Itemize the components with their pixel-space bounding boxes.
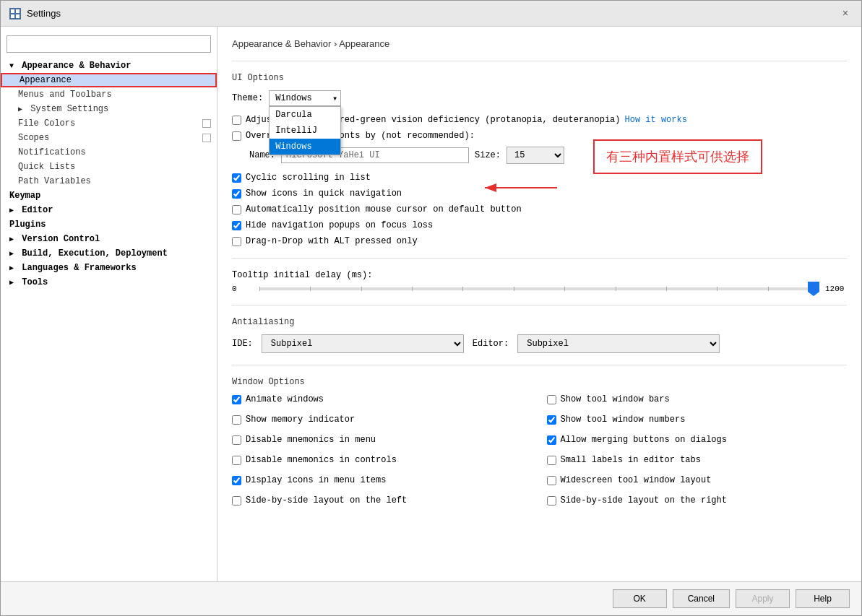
small-labels-checkbox[interactable] (547, 456, 556, 465)
sidebar: ▼ Appearance & Behavior Appearance Menus… (1, 27, 217, 581)
sidebar-item-label: System Settings (30, 104, 108, 114)
auto-position-checkbox[interactable] (232, 205, 241, 214)
widescreen-row: Widescreen tool window layout (547, 475, 848, 485)
theme-dropdown[interactable]: Windows ▾ Darcula IntelliJ Windows (269, 90, 341, 106)
sidebar-item-keymap[interactable]: Keymap (1, 188, 217, 203)
sidebar-item-notifications[interactable]: Notifications (1, 145, 217, 160)
tooltip-slider-section: Tooltip initial delay (ms): 0 (232, 270, 847, 293)
slider-max-value: 1200 (825, 285, 847, 293)
window-title: Settings (27, 8, 61, 19)
sidebar-item-appearance-behavior[interactable]: ▼ Appearance & Behavior (1, 58, 217, 73)
animate-windows-label: Animate windows (246, 394, 324, 404)
cyclic-scrolling-checkbox[interactable] (232, 173, 241, 183)
sidebar-item-file-colors[interactable]: File Colors (1, 116, 217, 131)
adjust-colors-checkbox[interactable] (232, 116, 241, 125)
show-tool-window-bars-label: Show tool window bars (561, 394, 670, 404)
sidebar-item-label: Editor (22, 205, 53, 215)
theme-label: Theme: (232, 93, 263, 103)
show-tool-window-numbers-checkbox[interactable] (547, 415, 556, 425)
sidebar-item-scopes[interactable]: Scopes (1, 131, 217, 145)
widescreen-checkbox[interactable] (547, 476, 556, 485)
theme-select-button[interactable]: Windows ▾ (269, 90, 341, 106)
window-options-grid: Animate windows Show tool window bars Sh… (232, 394, 847, 511)
hide-navigation-checkbox[interactable] (232, 221, 241, 230)
theme-dropdown-menu: Darcula IntelliJ Windows (269, 106, 341, 155)
disable-mnemonics-menu-checkbox[interactable] (232, 435, 241, 445)
expand-icon: ▶ (9, 235, 14, 243)
settings-window: Settings × ▼ Appearance & Behavior Appea… (0, 0, 862, 616)
content-area: ▼ Appearance & Behavior Appearance Menus… (1, 27, 861, 581)
show-icons-label: Show icons in quick navigation (246, 188, 402, 199)
animate-windows-row: Animate windows (232, 394, 533, 404)
cancel-button[interactable]: Cancel (673, 589, 730, 608)
show-tool-window-bars-checkbox[interactable] (547, 395, 556, 404)
drag-drop-row: Drag-n-Drop with ALT pressed only (232, 236, 847, 246)
tooltip-label: Tooltip initial delay (ms): (232, 270, 847, 280)
expand-icon: ▶ (18, 105, 22, 113)
sidebar-item-tools[interactable]: ▶ Tools (1, 275, 217, 290)
ide-aa-select[interactable]: Subpixel (262, 334, 464, 353)
allow-merging-label: Allow merging buttons on dialogs (561, 435, 727, 445)
slider-track[interactable] (259, 287, 819, 290)
title-bar-left: Settings (9, 8, 61, 19)
sidebar-item-version-control[interactable]: ▶ Version Control (1, 232, 217, 246)
show-icons-checkbox[interactable] (232, 189, 241, 199)
sidebar-item-label: Scopes (18, 133, 49, 143)
disable-mnemonics-controls-checkbox[interactable] (232, 456, 241, 465)
sidebar-item-build-execution[interactable]: ▶ Build, Execution, Deployment (1, 246, 217, 261)
allow-merging-checkbox[interactable] (547, 435, 556, 445)
divider4 (232, 365, 847, 365)
disable-mnemonics-controls-label: Disable mnemonics in controls (246, 455, 397, 465)
hide-navigation-row: Hide navigation popups on focus loss (232, 220, 847, 230)
slider-min-value: 0 (232, 285, 254, 293)
sidebar-item-label: Languages & Frameworks (22, 263, 136, 273)
sidebar-item-plugins[interactable]: Plugins (1, 217, 217, 232)
disable-mnemonics-menu-label: Disable mnemonics in menu (246, 435, 376, 445)
divider2 (232, 258, 847, 259)
sidebar-item-editor[interactable]: ▶ Editor (1, 203, 217, 217)
sidebar-item-appearance[interactable]: Appearance (1, 73, 217, 87)
show-memory-checkbox[interactable] (232, 415, 241, 425)
sidebar-item-languages-frameworks[interactable]: ▶ Languages & Frameworks (1, 261, 217, 275)
theme-option-intellij[interactable]: IntelliJ (270, 123, 340, 139)
animate-windows-checkbox[interactable] (232, 395, 241, 404)
sidebar-item-label: Tools (22, 277, 48, 287)
side-by-side-right-row: Side-by-side layout on the right (547, 495, 848, 506)
bottom-bar: OK Cancel Apply Help (1, 581, 861, 615)
theme-current-value: Windows (275, 93, 311, 103)
override-fonts-checkbox[interactable] (232, 131, 241, 141)
display-icons-checkbox[interactable] (232, 476, 241, 485)
side-by-side-left-checkbox[interactable] (232, 496, 241, 506)
sidebar-item-menus-toolbars[interactable]: Menus and Toolbars (1, 87, 217, 102)
font-size-select[interactable]: 15 (507, 147, 564, 164)
slider-thumb[interactable] (808, 282, 819, 296)
close-button[interactable]: × (838, 6, 853, 21)
svg-rect-1 (16, 9, 20, 13)
theme-option-darcula[interactable]: Darcula (270, 107, 340, 123)
expand-icon: ▶ (9, 264, 14, 272)
divider3 (232, 305, 847, 305)
sidebar-item-label: Path Variables (18, 176, 91, 186)
help-button[interactable]: Help (796, 589, 850, 608)
search-input[interactable] (7, 35, 211, 53)
sidebar-item-label: Quick Lists (18, 162, 75, 172)
sidebar-item-label: Appearance & Behavior (22, 61, 131, 71)
main-content: Appearance & Behavior › Appearance UI Op… (217, 27, 861, 581)
sidebar-item-path-variables[interactable]: Path Variables (1, 174, 217, 188)
ok-button[interactable]: OK (613, 589, 667, 608)
sidebar-item-label: Version Control (22, 234, 100, 244)
show-tool-window-numbers-label: Show tool window numbers (561, 415, 686, 425)
sidebar-item-quick-lists[interactable]: Quick Lists (1, 160, 217, 174)
side-by-side-right-checkbox[interactable] (547, 496, 556, 506)
sidebar-item-system-settings[interactable]: ▶ System Settings (1, 102, 217, 116)
theme-option-windows[interactable]: Windows (270, 139, 340, 155)
how-it-works-link[interactable]: How it works (624, 115, 686, 125)
drag-drop-checkbox[interactable] (232, 237, 241, 246)
antialiasing-label: Antialiasing (232, 317, 847, 327)
apply-button[interactable]: Apply (736, 589, 790, 608)
display-icons-row: Display icons in menu items (232, 475, 533, 485)
svg-rect-2 (11, 14, 14, 18)
sidebar-item-label: Menus and Toolbars (18, 90, 112, 100)
editor-aa-select[interactable]: Subpixel (517, 334, 720, 353)
show-tool-window-bars-row: Show tool window bars (547, 394, 848, 404)
